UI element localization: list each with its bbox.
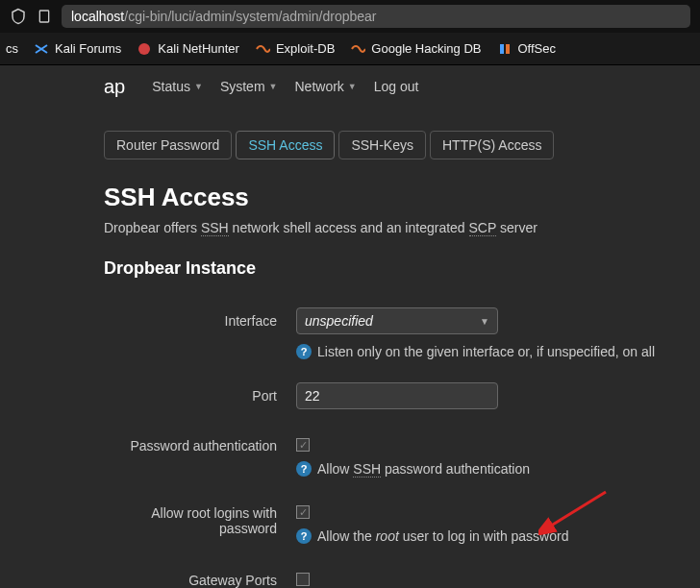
bookmarks-bar: cs Kali Forums Kali NetHunter Exploit-DB… — [0, 33, 700, 65]
help-password-auth: ? Allow SSH password authentication — [296, 461, 681, 477]
svg-rect-0 — [39, 11, 48, 22]
svg-point-1 — [138, 43, 150, 55]
nav-system[interactable]: System▼ — [220, 79, 278, 94]
label-interface: Interface — [104, 307, 296, 329]
tab-ssh-access[interactable]: SSH Access — [236, 131, 335, 159]
url-bar[interactable]: localhost/cgi-bin/luci/admin/system/admi… — [62, 5, 690, 28]
page-icon — [37, 9, 52, 24]
abbr-ssh: SSH — [201, 220, 229, 236]
tab-https-access[interactable]: HTTP(S) Access — [430, 131, 554, 159]
svg-rect-2 — [500, 44, 504, 54]
field-interface: Interface unspecified ▼ ? Listen only on… — [104, 307, 681, 359]
chevron-down-icon: ▼ — [348, 82, 357, 91]
field-port: Port 22 — [104, 382, 681, 409]
nav-network[interactable]: Network▼ — [294, 79, 356, 94]
field-gateway-ports: Gateway Ports ? Allow remote hosts to co… — [104, 567, 681, 588]
bookmark-cs[interactable]: cs — [6, 41, 18, 56]
tab-row: Router Password SSH Access SSH-Keys HTTP… — [104, 131, 681, 159]
url-path: /cgi-bin/luci/admin/system/admin/dropbea… — [124, 9, 376, 24]
checkbox-gateway-ports[interactable] — [296, 573, 310, 586]
exploit-db-icon — [255, 41, 270, 57]
help-root-login: ? Allow the root user to log in with pas… — [296, 528, 681, 544]
bookmark-kali-nethunter[interactable]: Kali NetHunter — [137, 41, 239, 57]
label-gateway-ports: Gateway Ports — [104, 567, 296, 588]
google-hacking-icon — [350, 41, 365, 57]
select-interface[interactable]: unspecified ▼ — [296, 307, 498, 334]
section-title: Dropbear Instance — [104, 258, 681, 279]
field-password-auth: Password authentication ✓ ? Allow SSH pa… — [104, 432, 681, 477]
page-title: SSH Access — [104, 183, 681, 212]
brand[interactable]: ap — [104, 76, 125, 98]
chevron-down-icon: ▼ — [269, 82, 278, 91]
nav-logout[interactable]: Log out — [374, 79, 419, 94]
svg-rect-3 — [506, 44, 510, 54]
tab-router-password[interactable]: Router Password — [104, 131, 232, 159]
help-icon[interactable]: ? — [296, 461, 312, 477]
url-host: localhost — [71, 9, 124, 24]
main-content: Router Password SSH Access SSH-Keys HTTP… — [0, 108, 700, 588]
input-port[interactable]: 22 — [296, 382, 498, 409]
main-navbar: ap Status▼ System▼ Network▼ Log out — [0, 65, 700, 108]
bookmark-offsec[interactable]: OffSec — [497, 41, 557, 57]
offsec-icon — [497, 41, 512, 57]
bookmark-exploit-db[interactable]: Exploit-DB — [255, 41, 335, 57]
bookmark-kali-forums[interactable]: Kali Forums — [34, 41, 121, 57]
page-description: Dropbear offers SSH network shell access… — [104, 220, 681, 235]
checkbox-password-auth[interactable]: ✓ — [296, 438, 310, 452]
abbr-scp: SCP — [469, 220, 497, 236]
kali-nethunter-icon — [137, 41, 152, 57]
chevron-down-icon: ▼ — [480, 316, 489, 327]
kali-forums-icon — [34, 41, 49, 57]
chevron-down-icon: ▼ — [194, 82, 203, 91]
browser-address-bar: localhost/cgi-bin/luci/admin/system/admi… — [0, 0, 700, 33]
label-password-auth: Password authentication — [104, 432, 296, 453]
field-root-login: Allow root logins with password ✓ ? Allo… — [104, 500, 681, 544]
help-interface: ? Listen only on the given interface or,… — [296, 344, 681, 359]
label-port: Port — [104, 382, 296, 404]
bookmark-google-hacking[interactable]: Google Hacking DB — [350, 41, 481, 57]
nav-status[interactable]: Status▼ — [152, 79, 203, 94]
label-root-login: Allow root logins with password — [104, 500, 296, 536]
help-icon[interactable]: ? — [296, 528, 312, 544]
shield-icon[interactable] — [10, 8, 27, 25]
checkbox-root-login[interactable]: ✓ — [296, 505, 310, 519]
tab-ssh-keys[interactable]: SSH-Keys — [338, 131, 426, 159]
help-icon[interactable]: ? — [296, 344, 312, 359]
